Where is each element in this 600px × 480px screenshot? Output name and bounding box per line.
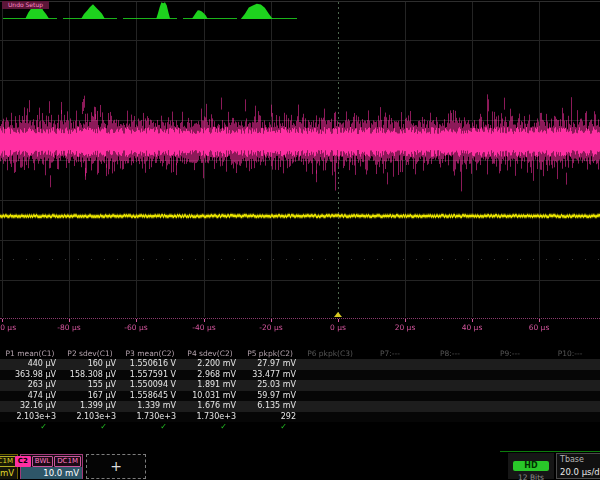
time-tick	[204, 319, 205, 322]
waveform-display	[0, 0, 600, 318]
bit-depth-label: 12 Bits	[508, 472, 554, 480]
param-header-p9[interactable]: P9:---	[480, 348, 540, 359]
time-label: -20 µs	[259, 323, 282, 332]
time-label: 60 µs	[529, 323, 550, 332]
status-check-icon: ✓	[120, 422, 180, 432]
param-header-p7[interactable]: P7:---	[360, 348, 420, 359]
param-header-p4[interactable]: P4 sdev(C2)	[180, 348, 240, 359]
status-check-icon: ✓	[180, 422, 240, 432]
time-tick	[2, 319, 3, 322]
bandwidth-badge: BWL	[32, 456, 53, 467]
tbase-value: 20.0 µs/div	[557, 466, 600, 478]
measurement-value: 363.98 µV	[0, 370, 60, 381]
time-label: 40 µs	[462, 323, 483, 332]
time-tick	[69, 319, 70, 322]
oscilloscope-screen: Undo Setup -100 µs-80 µs-60 µs-40 µs-20 …	[0, 0, 600, 480]
measurement-value: 263 µV	[0, 380, 60, 391]
time-label: 0 µs	[330, 323, 346, 332]
measurement-value: 27.97 mV	[240, 359, 300, 370]
param-header-p5[interactable]: P5 pkpk(C2)	[240, 348, 300, 359]
measurement-value: 1.550616 V	[120, 359, 180, 370]
measurement-value: 2.103e+3	[0, 412, 60, 423]
measurement-value: 158.308 µV	[60, 370, 120, 381]
status-check-icon: ✓	[240, 422, 300, 432]
measurement-value: 292	[240, 412, 300, 423]
time-label: -80 µs	[57, 323, 80, 332]
status-check-icon: ✓	[0, 422, 60, 432]
measurement-value: 160 µV	[60, 359, 120, 370]
measurement-value: 2.968 mV	[180, 370, 240, 381]
measurement-value: 6.135 mV	[240, 401, 300, 412]
time-label: -100 µs	[0, 323, 16, 332]
measurement-value: 1.891 mV	[180, 380, 240, 391]
time-tick	[405, 319, 406, 322]
undo-setup-label: Undo Setup	[8, 1, 43, 8]
measurement-value: 2.200 mV	[180, 359, 240, 370]
time-tick	[472, 319, 473, 322]
time-label: 20 µs	[395, 323, 416, 332]
right-baseline-divider	[500, 451, 600, 452]
parameter-histicon-strip	[0, 0, 600, 20]
channel2-label: C2	[15, 456, 31, 467]
measurement-value: 25.03 mV	[240, 380, 300, 391]
measurement-value: 10.031 mV	[180, 391, 240, 402]
coupling-badge: DC1M	[54, 456, 81, 467]
status-check-icon: ✓	[60, 422, 120, 432]
param-header-p10[interactable]: P10:---	[540, 348, 600, 359]
time-tick	[539, 319, 540, 322]
measurement-value: 33.477 mV	[240, 370, 300, 381]
measurement-value: 167 µV	[60, 391, 120, 402]
measurement-value: 59.97 mV	[240, 391, 300, 402]
measurement-value: 1.730e+3	[120, 412, 180, 423]
measurement-table: P1 mean(C1)P2 sdev(C1)P3 mean(C2)P4 sdev…	[0, 348, 600, 432]
measurement-value: 32.16 µV	[0, 401, 60, 412]
measurement-value: 1.339 mV	[120, 401, 180, 412]
param-header-p2[interactable]: P2 sdev(C1)	[60, 348, 120, 359]
time-label: -40 µs	[192, 323, 215, 332]
measurement-value: 2.103e+3	[60, 412, 120, 423]
plus-icon: +	[110, 458, 122, 474]
param-header-p8[interactable]: P8:---	[420, 348, 480, 359]
measurement-value: 1.730e+3	[180, 412, 240, 423]
measurement-value: 474 µV	[0, 391, 60, 402]
coupling-badge: DC1M	[0, 456, 16, 467]
param-header-p6[interactable]: P6 pkpk(C3)	[300, 348, 360, 359]
measurement-value: 1.558645 V	[120, 391, 180, 402]
param-header-p1[interactable]: P1 mean(C1)	[0, 348, 60, 359]
measurement-value: 155 µV	[60, 380, 120, 391]
time-tick	[136, 319, 137, 322]
measurement-value: 440 µV	[0, 359, 60, 370]
measurement-value: 1.557591 V	[120, 370, 180, 381]
measurement-value: 1.550094 V	[120, 380, 180, 391]
time-tick	[271, 319, 272, 322]
channel2-descriptor[interactable]: C2 BWL DC1M 10.0 mV	[20, 454, 83, 479]
time-ruler: -100 µs-80 µs-60 µs-40 µs-20 µs0 µs20 µs…	[0, 318, 600, 335]
time-tick	[338, 319, 339, 322]
hd-badge: HD	[513, 461, 549, 471]
hd-mode-indicator[interactable]: HD 12 Bits	[508, 453, 554, 479]
undo-setup-button[interactable]: Undo Setup	[2, 1, 49, 9]
param-header-p3[interactable]: P3 mean(C2)	[120, 348, 180, 359]
measurement-value: 1.676 mV	[180, 401, 240, 412]
measurement-value: 1.399 µV	[60, 401, 120, 412]
time-label: -60 µs	[124, 323, 147, 332]
timebase-descriptor[interactable]: Tbase 20.0 µs/div	[556, 453, 600, 479]
trigger-position-marker	[334, 312, 342, 317]
channel2-volts-per-div: 10.0 mV	[21, 467, 82, 479]
tbase-label: Tbase	[557, 454, 600, 466]
add-trace-button[interactable]: +	[86, 454, 146, 479]
channel1-volts-per-div: 10.0 mV	[0, 467, 17, 479]
